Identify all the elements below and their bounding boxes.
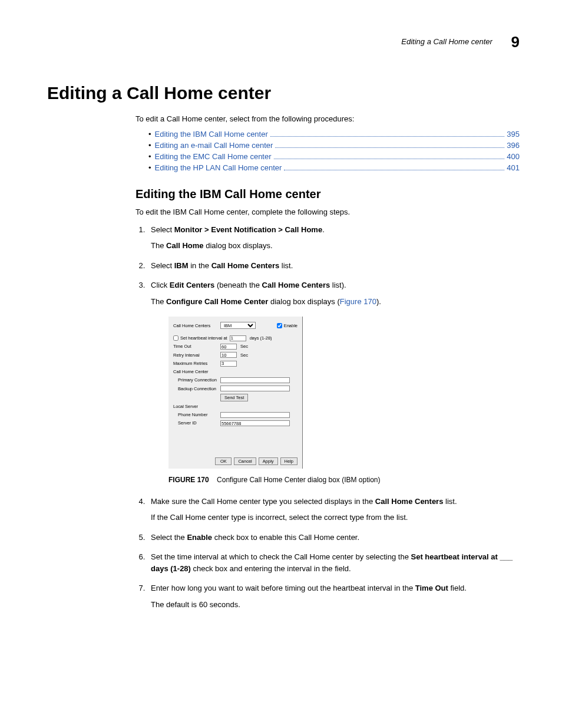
call-home-centers-select[interactable]: IBM [220, 322, 256, 329]
figure-label: FIGURE 170 [168, 476, 209, 484]
toc-leader [270, 136, 505, 137]
toc-leader [274, 159, 505, 159]
heartbeat-label: Set heartbeat interval at [180, 335, 227, 341]
toc-page[interactable]: 401 [507, 163, 520, 172]
toc-link[interactable]: Editing the EMC Call Home center [155, 152, 272, 161]
heartbeat-suffix: days (1-28) [250, 335, 272, 341]
retry-label: Retry Interval [173, 352, 220, 358]
primary-label: Primary Connection [173, 377, 220, 383]
cancel-button[interactable]: Cancel [234, 457, 256, 465]
intro-text: To edit a Call Home center, select from … [135, 114, 520, 125]
subsection-intro: To edit the IBM Call Home center, comple… [135, 207, 520, 218]
apply-button[interactable]: Apply [259, 457, 278, 465]
ok-button[interactable]: OK [215, 457, 232, 465]
center-section-label: Call Home Center [173, 368, 220, 375]
serverid-label: Server ID [173, 420, 220, 426]
steps-list: Select Monitor > Event Notification > Ca… [135, 224, 520, 611]
step-4: Make sure the Call Home center type you … [147, 496, 520, 523]
enable-checkbox[interactable] [277, 323, 282, 328]
step-4-sub: If the Call Home center type is incorrec… [151, 512, 520, 523]
toc-item[interactable]: Editing the EMC Call Home center 400 [148, 152, 520, 161]
figure-170: Call Home Centers IBM Enable Set heartbe… [168, 317, 520, 469]
step-2: Select IBM in the Call Home Centers list… [147, 260, 520, 272]
running-header: Editing a Call Home center 9 [47, 33, 520, 51]
toc-link[interactable]: Editing the IBM Call Home center [155, 130, 268, 139]
enable-label: Enable [284, 322, 297, 329]
phone-input[interactable] [220, 412, 290, 418]
figure-caption-text: Configure Call Home Center dialog box (I… [217, 476, 380, 484]
content-body: To edit a Call Home center, select from … [135, 114, 520, 610]
primary-input[interactable] [220, 377, 290, 383]
page-title: Editing a Call Home center [47, 83, 520, 103]
backup-input[interactable] [220, 386, 290, 391]
phone-label: Phone Number [173, 411, 220, 418]
toc-page[interactable]: 396 [507, 141, 520, 150]
toc-item[interactable]: Editing an e-mail Call Home center 396 [148, 141, 520, 150]
retry-input[interactable] [220, 352, 237, 358]
toc-leader [284, 170, 504, 170]
heartbeat-input[interactable] [230, 335, 246, 341]
toc-leader [275, 147, 504, 148]
maxretries-input[interactable] [220, 361, 237, 367]
timeout-label: Time Out [173, 343, 220, 350]
step-7: Enter how long you want to wait before t… [147, 582, 520, 610]
retry-suffix: Sec [240, 352, 248, 358]
chapter-number: 9 [511, 33, 520, 51]
help-button[interactable]: Help [280, 457, 297, 465]
timeout-input[interactable] [220, 344, 237, 350]
timeout-suffix: Sec [240, 343, 248, 350]
toc-list: Editing the IBM Call Home center 395 Edi… [148, 130, 520, 172]
centers-label: Call Home Centers [173, 322, 220, 329]
toc-link[interactable]: Editing the HP LAN Call Home center [155, 163, 282, 172]
toc-link[interactable]: Editing an e-mail Call Home center [155, 141, 273, 150]
step-1: Select Monitor > Event Notification > Ca… [147, 224, 520, 252]
heartbeat-checkbox[interactable] [173, 335, 178, 341]
maxretries-label: Maximum Retries [173, 360, 220, 367]
step-7-sub: The default is 60 seconds. [151, 599, 520, 611]
backup-label: Backup Connection [173, 386, 220, 392]
local-section-label: Local Server [173, 403, 220, 410]
step-5: Select the Enable check box to enable th… [147, 532, 520, 543]
send-test-button[interactable]: Send Test [220, 394, 248, 401]
serverid-input[interactable] [220, 420, 290, 426]
running-title: Editing a Call Home center [401, 37, 492, 46]
figure-caption: FIGURE 170 Configure Call Home Center di… [168, 475, 520, 485]
step-6: Set the time interval at which to check … [147, 551, 520, 574]
toc-page[interactable]: 395 [507, 130, 520, 139]
toc-item[interactable]: Editing the HP LAN Call Home center 401 [148, 163, 520, 172]
page: Editing a Call Home center 9 Editing a C… [0, 0, 562, 642]
figure-xref[interactable]: Figure 170 [340, 297, 376, 306]
step-1-sub: The Call Home dialog box displays. [151, 240, 520, 252]
step-3: Click Edit Centers (beneath the Call Hom… [147, 279, 520, 485]
subsection-title: Editing the IBM Call Home center [135, 187, 520, 201]
toc-page[interactable]: 400 [507, 152, 520, 161]
configure-call-home-dialog: Call Home Centers IBM Enable Set heartbe… [168, 317, 303, 469]
toc-item[interactable]: Editing the IBM Call Home center 395 [148, 130, 520, 139]
step-3-sub: The Configure Call Home Center dialog bo… [151, 296, 520, 308]
